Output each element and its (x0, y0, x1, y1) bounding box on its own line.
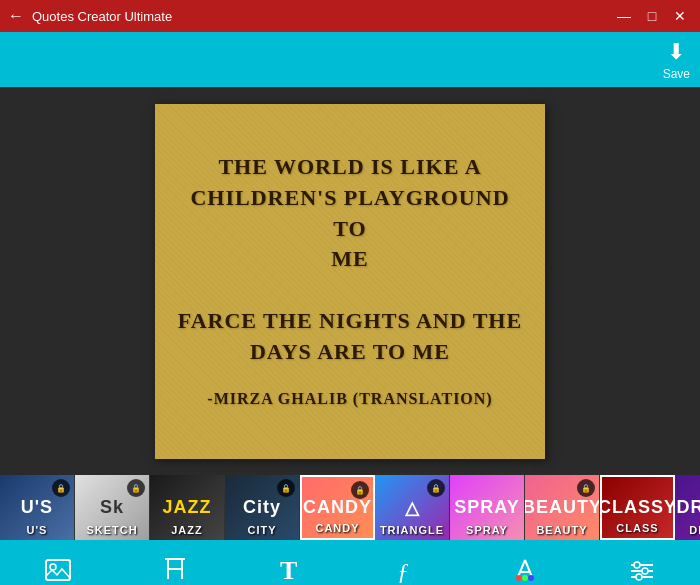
svg-point-12 (636, 574, 642, 580)
text-icon (164, 557, 186, 585)
theme-label-candy: CANDY (302, 522, 373, 534)
svg-point-1 (50, 564, 56, 570)
quote-line1: THE WORLD IS LIKE A (175, 152, 525, 183)
theme-item-candy[interactable]: 🔒CANDYCANDY (300, 475, 375, 540)
toolbar-item-text[interactable]: Text (135, 557, 215, 585)
bottom-toolbar: Background Text T Text Size ƒ Font Famil… (0, 540, 700, 585)
back-button[interactable]: ← (8, 7, 24, 25)
toolbar-item-textSize[interactable]: T Text Size (252, 557, 332, 585)
toolbar-item-background[interactable]: Background (18, 558, 98, 585)
title-bar: ← Quotes Creator Ultimate — □ ✕ (0, 0, 700, 32)
theme-item-dream[interactable]: 🔒DREAMDREAM (675, 475, 700, 540)
theme-item-classy[interactable]: CLASSYCLASS (600, 475, 675, 540)
theme-label-sketch: SKETCH (75, 524, 149, 536)
theme-label-spray: SPRAY (450, 524, 524, 536)
lock-icon: 🔒 (577, 479, 595, 497)
svg-point-10 (634, 562, 640, 568)
theme-item-triangle[interactable]: 🔒△TRIANGLE (375, 475, 450, 540)
toolbar-item-textColor[interactable]: Text Color (485, 557, 565, 585)
minimize-button[interactable]: — (612, 4, 636, 28)
maximize-button[interactable]: □ (640, 4, 664, 28)
svg-text:ƒ: ƒ (397, 558, 409, 583)
textSize-icon: T (278, 557, 306, 585)
theme-label-city: CITY (225, 524, 299, 536)
svg-point-6 (528, 575, 534, 581)
toolbar-item-effects[interactable]: Effects (602, 557, 682, 585)
app-title: Quotes Creator Ultimate (32, 9, 172, 24)
lock-icon: 🔒 (127, 479, 145, 497)
theme-item-spray[interactable]: SPRAYSPRAY (450, 475, 525, 540)
theme-label-classy: CLASS (602, 522, 673, 534)
theme-item-us[interactable]: 🔒U'SU'S (0, 475, 75, 540)
theme-label-jazz: JAZZ (150, 524, 224, 536)
svg-rect-0 (46, 560, 70, 580)
theme-item-city[interactable]: 🔒CityCITY (225, 475, 300, 540)
save-icon: ⬇ (667, 39, 685, 65)
lock-icon: 🔒 (277, 479, 295, 497)
themes-strip: 🔒U'SU'S🔒SkSKETCHJAZZJAZZ🔒CityCITY🔒CANDYC… (0, 475, 700, 540)
close-button[interactable]: ✕ (668, 4, 692, 28)
svg-point-5 (522, 575, 528, 581)
effects-icon (628, 557, 656, 585)
quote-line6: DAYS ARE TO ME (175, 337, 525, 368)
theme-label-beauty: BEAUTY (525, 524, 599, 536)
theme-label-triangle: TRIANGLE (375, 524, 449, 536)
quote-line2: CHILDREN'S PLAYGROUND TO (175, 183, 525, 245)
window-controls: — □ ✕ (612, 4, 692, 28)
svg-point-4 (516, 575, 522, 581)
background-icon (44, 558, 72, 585)
lock-icon: 🔒 (427, 479, 445, 497)
quote-attribution: -MIRZA GHALIB (TRANSLATION) (175, 388, 525, 410)
theme-item-sketch[interactable]: 🔒SkSKETCH (75, 475, 150, 540)
quote-canvas[interactable]: THE WORLD IS LIKE A CHILDREN'S PLAYGROUN… (155, 104, 545, 459)
quote-line3: ME (175, 244, 525, 275)
svg-point-11 (642, 568, 648, 574)
theme-label-us: U'S (0, 524, 74, 536)
save-button[interactable]: ⬇ Save (663, 39, 690, 81)
theme-label-dream: DREAM (675, 524, 700, 536)
save-label: Save (663, 67, 690, 81)
theme-item-jazz[interactable]: JAZZJAZZ (150, 475, 225, 540)
top-toolbar: ⬇ Save (0, 32, 700, 87)
lock-icon: 🔒 (52, 479, 70, 497)
theme-item-beauty[interactable]: 🔒BEAUTYBEAUTY (525, 475, 600, 540)
quote-text: THE WORLD IS LIKE A CHILDREN'S PLAYGROUN… (155, 132, 545, 430)
textColor-icon (512, 557, 538, 585)
title-bar-left: ← Quotes Creator Ultimate (8, 7, 172, 25)
lock-icon: 🔒 (351, 481, 369, 499)
canvas-area: THE WORLD IS LIKE A CHILDREN'S PLAYGROUN… (0, 87, 700, 475)
quote-line5: FARCE THE NIGHTS AND THE (175, 306, 525, 337)
toolbar-item-fontFamily[interactable]: ƒ Font Family (368, 557, 448, 585)
fontFamily-icon: ƒ (395, 557, 421, 585)
svg-text:T: T (280, 557, 297, 583)
